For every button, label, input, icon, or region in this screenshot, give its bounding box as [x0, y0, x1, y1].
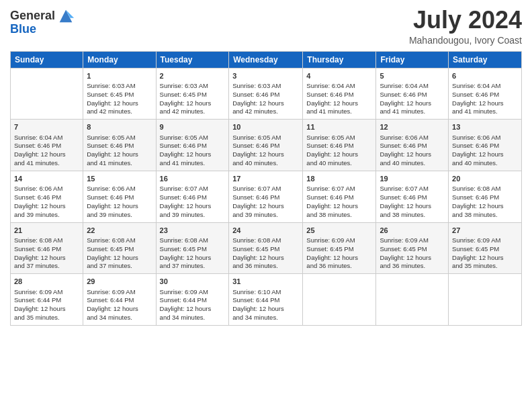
day-number: 22 [87, 226, 152, 236]
col-monday: Monday [83, 51, 156, 68]
day-number: 10 [232, 122, 299, 132]
day-info: Sunrise: 6:03 AM Sunset: 6:46 PM Dayligh… [232, 82, 299, 116]
calendar-week-2: 7Sunrise: 6:04 AM Sunset: 6:46 PM Daylig… [11, 120, 522, 171]
col-sunday: Sunday [11, 51, 83, 68]
day-info: Sunrise: 6:08 AM Sunset: 6:45 PM Dayligh… [87, 236, 152, 271]
calendar-cell: 19Sunrise: 6:07 AM Sunset: 6:46 PM Dayli… [376, 171, 449, 222]
calendar-cell: 12Sunrise: 6:06 AM Sunset: 6:46 PM Dayli… [376, 120, 449, 171]
calendar-cell: 25Sunrise: 6:09 AM Sunset: 6:45 PM Dayli… [303, 222, 376, 274]
day-info: Sunrise: 6:03 AM Sunset: 6:45 PM Dayligh… [160, 82, 226, 116]
calendar-week-1: 1Sunrise: 6:03 AM Sunset: 6:45 PM Daylig… [11, 68, 522, 120]
col-tuesday: Tuesday [156, 51, 229, 68]
calendar-cell: 2Sunrise: 6:03 AM Sunset: 6:45 PM Daylig… [156, 68, 229, 120]
day-number: 16 [160, 174, 226, 184]
day-number: 1 [87, 71, 152, 81]
calendar-cell: 26Sunrise: 6:09 AM Sunset: 6:45 PM Dayli… [376, 222, 449, 274]
day-number: 9 [160, 122, 226, 132]
day-info: Sunrise: 6:09 AM Sunset: 6:44 PM Dayligh… [160, 288, 226, 322]
header-row: Sunday Monday Tuesday Wednesday Thursday… [11, 51, 522, 68]
calendar-cell: 20Sunrise: 6:08 AM Sunset: 6:46 PM Dayli… [449, 171, 522, 222]
title-block: July 2024 Mahandougou, Ivory Coast [409, 7, 522, 46]
logo: General Blue [10, 7, 75, 36]
month-title: July 2024 [409, 7, 522, 34]
calendar-cell: 24Sunrise: 6:08 AM Sunset: 6:45 PM Dayli… [229, 222, 303, 274]
day-number: 7 [14, 122, 79, 132]
day-number: 30 [160, 277, 226, 287]
calendar-cell: 22Sunrise: 6:08 AM Sunset: 6:45 PM Dayli… [83, 222, 156, 274]
day-info: Sunrise: 6:07 AM Sunset: 6:46 PM Dayligh… [306, 185, 372, 219]
day-number: 14 [14, 174, 79, 184]
day-number: 5 [380, 71, 445, 81]
day-number: 25 [306, 226, 372, 236]
day-number: 15 [87, 174, 152, 184]
logo-text-blue: Blue [10, 23, 36, 36]
day-info: Sunrise: 6:08 AM Sunset: 6:45 PM Dayligh… [160, 236, 226, 271]
day-number: 24 [232, 226, 299, 236]
calendar-cell: 13Sunrise: 6:06 AM Sunset: 6:46 PM Dayli… [449, 120, 522, 171]
day-number: 8 [87, 122, 152, 132]
day-info: Sunrise: 6:05 AM Sunset: 6:46 PM Dayligh… [232, 134, 299, 168]
calendar-cell: 10Sunrise: 6:05 AM Sunset: 6:46 PM Dayli… [229, 120, 303, 171]
day-info: Sunrise: 6:09 AM Sunset: 6:44 PM Dayligh… [14, 288, 79, 322]
logo-text-general: General [10, 9, 55, 23]
calendar-cell: 15Sunrise: 6:06 AM Sunset: 6:46 PM Dayli… [83, 171, 156, 222]
calendar-cell: 3Sunrise: 6:03 AM Sunset: 6:46 PM Daylig… [229, 68, 303, 120]
page-header: General Blue July 2024 Mahandougou, Ivor… [10, 7, 522, 46]
day-number: 28 [14, 277, 79, 287]
day-info: Sunrise: 6:06 AM Sunset: 6:46 PM Dayligh… [14, 185, 79, 219]
calendar-cell: 31Sunrise: 6:10 AM Sunset: 6:44 PM Dayli… [229, 274, 303, 326]
calendar-table: Sunday Monday Tuesday Wednesday Thursday… [10, 51, 522, 326]
calendar-cell: 27Sunrise: 6:09 AM Sunset: 6:45 PM Dayli… [449, 222, 522, 274]
day-info: Sunrise: 6:07 AM Sunset: 6:46 PM Dayligh… [232, 185, 299, 219]
calendar-cell: 16Sunrise: 6:07 AM Sunset: 6:46 PM Dayli… [156, 171, 229, 222]
calendar-cell: 6Sunrise: 6:04 AM Sunset: 6:46 PM Daylig… [449, 68, 522, 120]
day-info: Sunrise: 6:04 AM Sunset: 6:46 PM Dayligh… [452, 82, 518, 116]
calendar-page: General Blue July 2024 Mahandougou, Ivor… [0, 0, 532, 411]
day-info: Sunrise: 6:06 AM Sunset: 6:46 PM Dayligh… [452, 134, 518, 168]
day-info: Sunrise: 6:03 AM Sunset: 6:45 PM Dayligh… [87, 82, 152, 116]
day-number: 3 [232, 71, 299, 81]
logo-icon [56, 7, 75, 26]
day-info: Sunrise: 6:07 AM Sunset: 6:46 PM Dayligh… [380, 185, 445, 219]
calendar-cell: 14Sunrise: 6:06 AM Sunset: 6:46 PM Dayli… [11, 171, 83, 222]
calendar-cell [303, 274, 376, 326]
day-info: Sunrise: 6:10 AM Sunset: 6:44 PM Dayligh… [232, 288, 299, 322]
day-info: Sunrise: 6:06 AM Sunset: 6:46 PM Dayligh… [380, 134, 445, 168]
day-info: Sunrise: 6:08 AM Sunset: 6:46 PM Dayligh… [452, 185, 518, 219]
calendar-cell: 7Sunrise: 6:04 AM Sunset: 6:46 PM Daylig… [11, 120, 83, 171]
calendar-cell: 9Sunrise: 6:05 AM Sunset: 6:46 PM Daylig… [156, 120, 229, 171]
calendar-week-4: 21Sunrise: 6:08 AM Sunset: 6:46 PM Dayli… [11, 222, 522, 274]
calendar-cell [11, 68, 83, 120]
calendar-cell: 11Sunrise: 6:05 AM Sunset: 6:46 PM Dayli… [303, 120, 376, 171]
location-subtitle: Mahandougou, Ivory Coast [409, 35, 522, 46]
day-info: Sunrise: 6:08 AM Sunset: 6:46 PM Dayligh… [14, 236, 79, 271]
day-info: Sunrise: 6:09 AM Sunset: 6:45 PM Dayligh… [380, 236, 445, 271]
day-number: 20 [452, 174, 518, 184]
calendar-cell: 30Sunrise: 6:09 AM Sunset: 6:44 PM Dayli… [156, 274, 229, 326]
calendar-cell: 28Sunrise: 6:09 AM Sunset: 6:44 PM Dayli… [11, 274, 83, 326]
calendar-cell: 5Sunrise: 6:04 AM Sunset: 6:46 PM Daylig… [376, 68, 449, 120]
day-number: 11 [306, 122, 372, 132]
calendar-week-5: 28Sunrise: 6:09 AM Sunset: 6:44 PM Dayli… [11, 274, 522, 326]
day-number: 23 [160, 226, 226, 236]
day-info: Sunrise: 6:04 AM Sunset: 6:46 PM Dayligh… [380, 82, 445, 116]
calendar-cell [376, 274, 449, 326]
calendar-cell: 1Sunrise: 6:03 AM Sunset: 6:45 PM Daylig… [83, 68, 156, 120]
day-number: 19 [380, 174, 445, 184]
day-number: 4 [306, 71, 372, 81]
day-info: Sunrise: 6:04 AM Sunset: 6:46 PM Dayligh… [306, 82, 372, 116]
calendar-cell: 17Sunrise: 6:07 AM Sunset: 6:46 PM Dayli… [229, 171, 303, 222]
day-info: Sunrise: 6:09 AM Sunset: 6:44 PM Dayligh… [87, 288, 152, 322]
day-number: 13 [452, 122, 518, 132]
day-number: 18 [306, 174, 372, 184]
day-number: 26 [380, 226, 445, 236]
col-wednesday: Wednesday [229, 51, 303, 68]
day-number: 2 [160, 71, 226, 81]
day-info: Sunrise: 6:05 AM Sunset: 6:46 PM Dayligh… [87, 134, 152, 168]
day-info: Sunrise: 6:09 AM Sunset: 6:45 PM Dayligh… [306, 236, 372, 271]
calendar-week-3: 14Sunrise: 6:06 AM Sunset: 6:46 PM Dayli… [11, 171, 522, 222]
calendar-cell: 4Sunrise: 6:04 AM Sunset: 6:46 PM Daylig… [303, 68, 376, 120]
calendar-cell: 29Sunrise: 6:09 AM Sunset: 6:44 PM Dayli… [83, 274, 156, 326]
day-number: 29 [87, 277, 152, 287]
day-number: 21 [14, 226, 79, 236]
